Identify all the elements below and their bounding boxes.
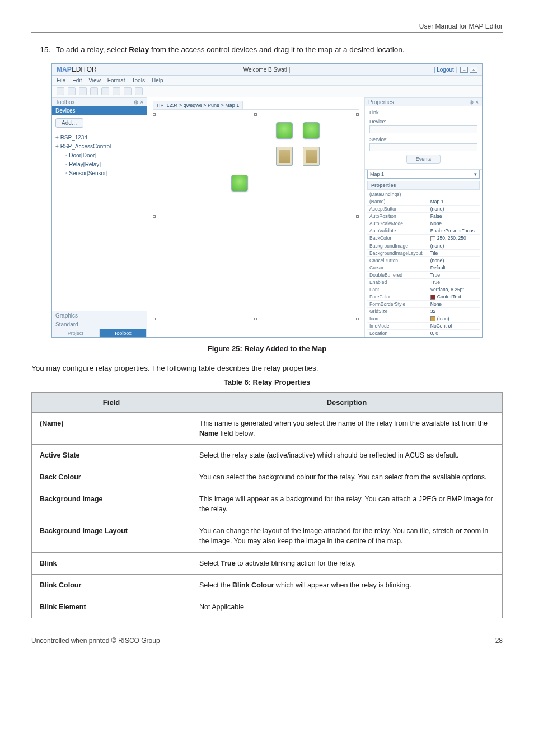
property-row[interactable]: (DataBindings) — [367, 191, 480, 198]
menu-file[interactable]: File — [57, 77, 65, 83]
description-cell: This name is generated when you select t… — [191, 412, 503, 444]
field-cell: Back Colour — [32, 466, 191, 488]
description-cell: Select the relay state (active/inactive)… — [191, 444, 503, 466]
property-value: None — [428, 220, 480, 227]
tab-toolbox[interactable]: Toolbox — [100, 329, 147, 337]
description-cell: Not Applicable — [191, 596, 503, 618]
tool-icon[interactable] — [113, 87, 120, 95]
property-row[interactable]: Icon(Icon) — [367, 315, 480, 322]
canvas-breadcrumb[interactable]: HP_1234 > qweqwe > Pune > Map 1 — [153, 101, 243, 109]
app-title-prefix: MAP — [57, 66, 72, 73]
property-value: None — [428, 300, 480, 307]
description-cell: You can select the background colour for… — [191, 466, 503, 488]
resize-handle[interactable] — [356, 215, 359, 218]
service-field[interactable] — [369, 143, 477, 151]
property-row[interactable]: CancelButton(none) — [367, 256, 480, 264]
properties-header: Properties ⊕ × — [365, 97, 482, 106]
tree-leaf-relay[interactable]: Relay[Relay] — [55, 160, 143, 169]
selected-object: Map 1 — [370, 171, 384, 177]
properties-pin[interactable]: ⊕ × — [469, 99, 479, 105]
tool-icon[interactable] — [57, 87, 64, 95]
property-row[interactable]: AcceptButton(none) — [367, 206, 480, 213]
table-row: BlinkSelect True to activate blinking ac… — [32, 552, 503, 574]
resize-handle[interactable] — [356, 318, 359, 320]
graphics-section[interactable]: Graphics — [52, 311, 147, 320]
tool-icon[interactable] — [90, 87, 98, 95]
tool-icon[interactable] — [79, 87, 87, 95]
property-row[interactable]: BackgroundImage(none) — [367, 242, 480, 249]
property-row[interactable]: ForeColorControlText — [367, 293, 480, 300]
prop-grid-header: Properties — [367, 181, 480, 190]
object-selector[interactable]: Map 1▾ — [367, 170, 480, 179]
property-row[interactable]: AutoScaleModeNone — [367, 220, 480, 227]
map-canvas[interactable] — [153, 113, 359, 320]
field-cell: Background Image Layout — [32, 520, 191, 552]
tool-icon[interactable] — [135, 87, 143, 95]
property-row[interactable]: (Name)Map 1 — [367, 198, 480, 206]
property-row[interactable]: AutoPositionFalse — [367, 213, 480, 220]
events-button[interactable]: Events — [406, 155, 441, 164]
property-row[interactable]: AutoValidateEnablePreventFocus — [367, 227, 480, 235]
add-button[interactable]: Add… — [55, 118, 83, 128]
instruction-text-b: from the access control devices and drag… — [149, 45, 404, 54]
resize-handle[interactable] — [153, 318, 156, 320]
tree-node-access[interactable]: RSP_AccessControl — [55, 142, 143, 151]
field-cell: Blink Colour — [32, 574, 191, 596]
property-row[interactable]: BackColor250, 250, 250 — [367, 235, 480, 242]
resize-handle[interactable] — [356, 113, 359, 116]
property-row[interactable]: CursorDefault — [367, 264, 480, 271]
menu-edit[interactable]: Edit — [72, 77, 82, 83]
table-row: Background ImageThis image will appear a… — [32, 488, 503, 520]
resize-handle[interactable] — [153, 215, 156, 218]
tree-node-rsp[interactable]: RSP_1234 — [55, 133, 143, 142]
device-field[interactable] — [369, 125, 477, 133]
menu-view[interactable]: View — [88, 77, 101, 83]
property-row[interactable]: Location0, 0 — [367, 330, 480, 337]
tool-icon[interactable] — [124, 87, 132, 95]
property-name: CancelButton — [367, 256, 428, 264]
property-row[interactable]: GridSize32 — [367, 307, 480, 315]
field-cell: (Name) — [32, 412, 191, 444]
property-row[interactable]: DoubleBufferedTrue — [367, 271, 480, 278]
property-value: Verdana, 8.25pt — [428, 286, 480, 293]
tool-icon[interactable] — [68, 87, 76, 95]
properties-title: Properties — [368, 99, 394, 105]
resize-handle[interactable] — [254, 318, 257, 320]
tab-project[interactable]: Project — [52, 329, 100, 337]
menu-help[interactable]: Help — [152, 77, 163, 83]
property-value: ControlText — [428, 293, 480, 300]
menu-tools[interactable]: Tools — [132, 77, 145, 83]
close-icon[interactable]: × — [470, 67, 477, 73]
logout-link[interactable]: | Logout | — [434, 67, 457, 73]
property-row[interactable]: LockedFalse — [367, 337, 480, 338]
property-value: NoControl — [428, 323, 480, 330]
property-row[interactable]: FormBorderStyleNone — [367, 300, 480, 307]
door-icon[interactable] — [303, 147, 320, 166]
toolbox-pin[interactable]: ⊕ × — [134, 99, 143, 105]
tool-icon[interactable] — [101, 87, 109, 95]
description-cell: This image will appear as a background f… — [191, 488, 503, 520]
tree-leaf-door[interactable]: Door[Door] — [55, 151, 143, 160]
col-field: Field — [32, 392, 191, 412]
description-cell: Select True to activate blinking action … — [191, 552, 503, 574]
property-row[interactable]: BackgroundImageLayoutTile — [367, 249, 480, 256]
property-name: (Name) — [367, 198, 428, 206]
property-name: BackgroundImageLayout — [367, 249, 428, 256]
menu-format[interactable]: Format — [107, 77, 125, 83]
window-titlebar: MAPEDITOR | Welcome B Swati | | Logout |… — [52, 64, 482, 76]
tree-leaf-sensor[interactable]: Sensor[Sensor] — [55, 169, 143, 178]
property-row[interactable]: EnabledTrue — [367, 278, 480, 286]
resize-handle[interactable] — [254, 113, 257, 116]
standard-section[interactable]: Standard — [52, 320, 147, 329]
sensor-icon[interactable] — [276, 122, 293, 139]
door-icon[interactable] — [276, 147, 293, 166]
toolbox-title: Toolbox — [55, 99, 74, 105]
property-row[interactable]: ImeModeNoControl — [367, 323, 480, 330]
property-row[interactable]: FontVerdana, 8.25pt — [367, 286, 480, 293]
sensor-icon[interactable] — [303, 122, 320, 139]
relay-icon[interactable] — [231, 175, 248, 192]
footer-page: 28 — [495, 637, 503, 645]
resize-handle[interactable] — [153, 113, 156, 116]
minimize-icon[interactable]: – — [460, 67, 468, 73]
service-label: Service: — [369, 137, 477, 142]
